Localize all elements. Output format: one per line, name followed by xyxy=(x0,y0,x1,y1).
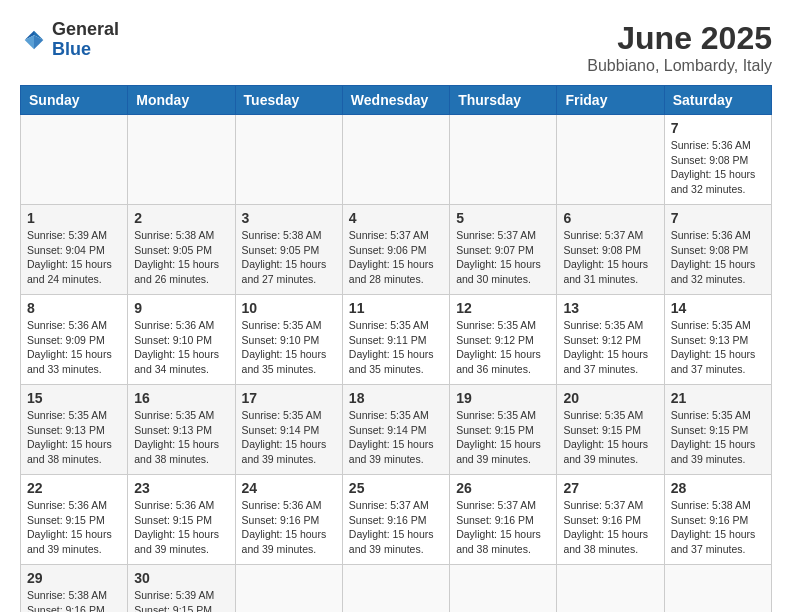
day-cell-1: 1 Sunrise: 5:39 AMSunset: 9:04 PMDayligh… xyxy=(21,205,128,295)
empty-cell xyxy=(664,565,771,613)
empty-cell xyxy=(128,115,235,205)
day-cell-20: 20 Sunrise: 5:35 AMSunset: 9:15 PMDaylig… xyxy=(557,385,664,475)
week-row-1: 7 Sunrise: 5:36 AMSunset: 9:08 PMDayligh… xyxy=(21,115,772,205)
empty-cell xyxy=(342,115,449,205)
day-cell-23: 23 Sunrise: 5:36 AMSunset: 9:15 PMDaylig… xyxy=(128,475,235,565)
page-header: GeneralBlue June 2025 Bubbiano, Lombardy… xyxy=(20,20,772,75)
day-cell-11: 11 Sunrise: 5:35 AMSunset: 9:11 PMDaylig… xyxy=(342,295,449,385)
day-cell-21: 21 Sunrise: 5:35 AMSunset: 9:15 PMDaylig… xyxy=(664,385,771,475)
day-cell-30: 30 Sunrise: 5:39 AMSunset: 9:15 PMDaylig… xyxy=(128,565,235,613)
header-monday: Monday xyxy=(128,86,235,115)
header-row: Sunday Monday Tuesday Wednesday Thursday… xyxy=(21,86,772,115)
day-cell-10: 10 Sunrise: 5:35 AMSunset: 9:10 PMDaylig… xyxy=(235,295,342,385)
day-cell-6: 6 Sunrise: 5:37 AMSunset: 9:08 PMDayligh… xyxy=(557,205,664,295)
day-cell-26: 26 Sunrise: 5:37 AMSunset: 9:16 PMDaylig… xyxy=(450,475,557,565)
day-cell-17: 17 Sunrise: 5:35 AMSunset: 9:14 PMDaylig… xyxy=(235,385,342,475)
day-cell-16: 16 Sunrise: 5:35 AMSunset: 9:13 PMDaylig… xyxy=(128,385,235,475)
calendar-table: Sunday Monday Tuesday Wednesday Thursday… xyxy=(20,85,772,612)
week-row-2: 8 Sunrise: 5:36 AMSunset: 9:09 PMDayligh… xyxy=(21,295,772,385)
empty-cell xyxy=(21,115,128,205)
day-cell-19: 19 Sunrise: 5:35 AMSunset: 9:15 PMDaylig… xyxy=(450,385,557,475)
day-cell-12: 12 Sunrise: 5:35 AMSunset: 9:12 PMDaylig… xyxy=(450,295,557,385)
empty-cell xyxy=(235,565,342,613)
day-cell-8: 8 Sunrise: 5:36 AMSunset: 9:09 PMDayligh… xyxy=(21,295,128,385)
logo: GeneralBlue xyxy=(20,20,119,60)
header-friday: Friday xyxy=(557,86,664,115)
day-cell-15: 15 Sunrise: 5:35 AMSunset: 9:13 PMDaylig… xyxy=(21,385,128,475)
week-row-3: 15 Sunrise: 5:35 AMSunset: 9:13 PMDaylig… xyxy=(21,385,772,475)
week-row-4: 22 Sunrise: 5:36 AMSunset: 9:15 PMDaylig… xyxy=(21,475,772,565)
header-tuesday: Tuesday xyxy=(235,86,342,115)
empty-cell xyxy=(557,115,664,205)
day-cell-29: 29 Sunrise: 5:38 AMSunset: 9:16 PMDaylig… xyxy=(21,565,128,613)
empty-cell xyxy=(235,115,342,205)
logo-icon xyxy=(20,26,48,54)
title-section: June 2025 Bubbiano, Lombardy, Italy xyxy=(587,20,772,75)
day-cell-2: 2 Sunrise: 5:38 AMSunset: 9:05 PMDayligh… xyxy=(128,205,235,295)
day-cell-5: 5 Sunrise: 5:37 AMSunset: 9:07 PMDayligh… xyxy=(450,205,557,295)
empty-cell xyxy=(450,115,557,205)
header-saturday: Saturday xyxy=(664,86,771,115)
day-cell-9: 9 Sunrise: 5:36 AMSunset: 9:10 PMDayligh… xyxy=(128,295,235,385)
day-cell-25: 25 Sunrise: 5:37 AMSunset: 9:16 PMDaylig… xyxy=(342,475,449,565)
header-thursday: Thursday xyxy=(450,86,557,115)
day-cell-7b: 7 Sunrise: 5:36 AMSunset: 9:08 PMDayligh… xyxy=(664,205,771,295)
calendar-subtitle: Bubbiano, Lombardy, Italy xyxy=(587,57,772,75)
week-row-5: 29 Sunrise: 5:38 AMSunset: 9:16 PMDaylig… xyxy=(21,565,772,613)
day-cell-27: 27 Sunrise: 5:37 AMSunset: 9:16 PMDaylig… xyxy=(557,475,664,565)
empty-cell xyxy=(342,565,449,613)
logo-text: GeneralBlue xyxy=(52,20,119,60)
day-cell-4: 4 Sunrise: 5:37 AMSunset: 9:06 PMDayligh… xyxy=(342,205,449,295)
day-cell-24: 24 Sunrise: 5:36 AMSunset: 9:16 PMDaylig… xyxy=(235,475,342,565)
day-cell-18: 18 Sunrise: 5:35 AMSunset: 9:14 PMDaylig… xyxy=(342,385,449,475)
calendar-title: June 2025 xyxy=(587,20,772,57)
day-cell-28: 28 Sunrise: 5:38 AMSunset: 9:16 PMDaylig… xyxy=(664,475,771,565)
day-cell-22: 22 Sunrise: 5:36 AMSunset: 9:15 PMDaylig… xyxy=(21,475,128,565)
day-cell-14: 14 Sunrise: 5:35 AMSunset: 9:13 PMDaylig… xyxy=(664,295,771,385)
header-sunday: Sunday xyxy=(21,86,128,115)
header-wednesday: Wednesday xyxy=(342,86,449,115)
day-cell-7: 7 Sunrise: 5:36 AMSunset: 9:08 PMDayligh… xyxy=(664,115,771,205)
week-row-1b: 1 Sunrise: 5:39 AMSunset: 9:04 PMDayligh… xyxy=(21,205,772,295)
day-cell-13: 13 Sunrise: 5:35 AMSunset: 9:12 PMDaylig… xyxy=(557,295,664,385)
empty-cell xyxy=(450,565,557,613)
day-cell-3: 3 Sunrise: 5:38 AMSunset: 9:05 PMDayligh… xyxy=(235,205,342,295)
empty-cell xyxy=(557,565,664,613)
